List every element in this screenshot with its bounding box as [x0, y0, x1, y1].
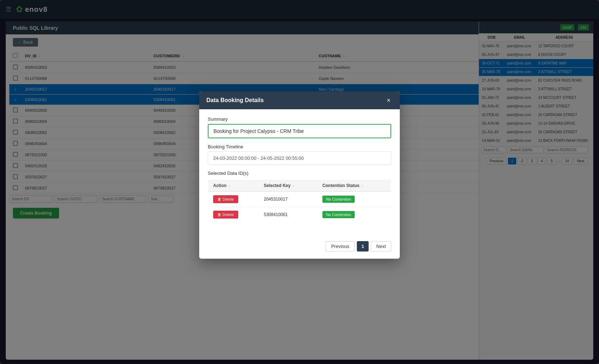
inner-cell-status: No Contention: [317, 207, 391, 222]
inner-cell-action: 🗑 Delete: [208, 191, 259, 207]
inner-table-body: 🗑 Delete2045310017No Contention🗑 Delete5…: [208, 191, 391, 222]
selected-ids-label: Selected Data ID(s): [208, 171, 391, 176]
summary-group: Summary: [208, 116, 391, 138]
delete-button[interactable]: 🗑 Delete: [213, 195, 238, 203]
inner-cell-action: 🗑 Delete: [208, 207, 259, 222]
inner-col-action: Action ↕: [208, 179, 259, 191]
inner-cell-key: 5308410061: [259, 207, 317, 222]
delete-button[interactable]: 🗑 Delete: [213, 211, 238, 219]
action-sort-icon: ↕: [229, 184, 231, 188]
timeline-group: Booking Timeline: [208, 144, 391, 165]
inner-cell-key: 2045310017: [259, 191, 317, 207]
summary-input[interactable]: [208, 124, 391, 138]
inner-table-row: 🗑 Delete2045310017No Contention: [208, 191, 391, 207]
inner-col-key: Selected Key ↕: [259, 179, 317, 191]
selected-ids-group: Selected Data ID(s) Action ↕ Selected Ke…: [208, 171, 391, 222]
inner-cell-status: No Contention: [317, 191, 391, 207]
inner-header-row: Action ↕ Selected Key ↕ Contention Statu…: [208, 179, 391, 191]
modal-backdrop: Data Booking Details × Summary Booking T…: [0, 0, 599, 364]
modal-header: Data Booking Details ×: [199, 91, 400, 109]
status-sort-icon: ↕: [362, 184, 364, 188]
pagination-next-button[interactable]: Next: [371, 241, 391, 252]
summary-label: Summary: [208, 116, 391, 122]
modal-pagination: Previous 1 Next: [199, 235, 400, 259]
pagination-page-1[interactable]: 1: [357, 241, 369, 252]
modal-body: Summary Booking Timeline Selected Data I…: [199, 109, 400, 235]
modal-title: Data Booking Details: [206, 97, 264, 104]
status-badge: No Contention: [322, 196, 355, 203]
key-sort-icon: ↕: [293, 184, 294, 188]
timeline-label: Booking Timeline: [208, 144, 391, 149]
modal-dialog: Data Booking Details × Summary Booking T…: [199, 91, 400, 259]
app-chrome: ☰ ✿ enov8 Public SQL Library ← Back DV_I…: [0, 0, 599, 364]
timeline-input[interactable]: [208, 152, 391, 165]
inner-col-status: Contention Status ↕: [317, 179, 391, 191]
status-badge: No Contention: [322, 211, 355, 218]
modal-close-button[interactable]: ×: [384, 96, 393, 104]
pagination-previous-button[interactable]: Previous: [326, 241, 355, 252]
inner-table-row: 🗑 Delete5308410061No Contention: [208, 207, 391, 222]
selected-ids-table: Action ↕ Selected Key ↕ Contention Statu…: [208, 179, 391, 222]
